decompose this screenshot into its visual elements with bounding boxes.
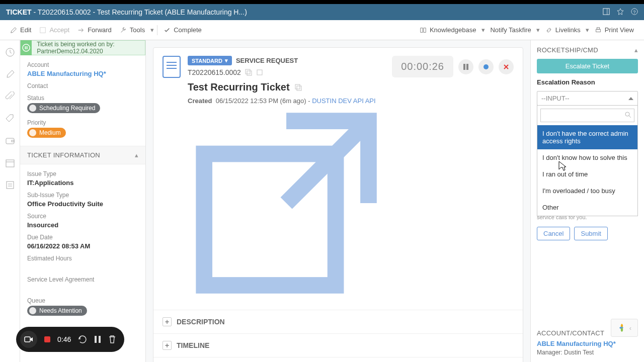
source-label: Source (27, 213, 138, 220)
created-label: Created (188, 97, 212, 105)
livelinks-dropdown[interactable]: ▾ (585, 26, 591, 34)
svg-rect-22 (297, 86, 301, 90)
forward-button[interactable]: Forward (73, 24, 116, 36)
svg-rect-10 (6, 160, 14, 167)
copy-id-icon[interactable] (245, 69, 252, 76)
kb-dropdown[interactable]: ▾ (480, 26, 486, 34)
dropdown-option-3[interactable]: I'm overloaded / too busy (537, 183, 637, 199)
timer-display: 00:00:26 (392, 56, 453, 77)
copy-link-icon[interactable] (256, 69, 263, 76)
edit-button[interactable]: Edit (6, 24, 35, 36)
cancel-button[interactable]: Cancel (537, 227, 570, 240)
timer: 00:00:26 (392, 56, 514, 77)
timeline-section[interactable]: +TIMELINE (153, 333, 523, 357)
rocketship-panel-header[interactable]: ROCKETSHIP/CMD▴ (537, 46, 638, 54)
screen-recorder-widget[interactable]: 0:46 (16, 327, 124, 352)
queue-badge[interactable]: Needs Attention (27, 306, 87, 316)
attach-icon[interactable] (5, 92, 15, 102)
svg-rect-12 (7, 182, 14, 189)
pause-icon[interactable] (94, 335, 101, 343)
svg-point-29 (625, 112, 629, 116)
undo-icon[interactable] (78, 335, 87, 344)
ticket-type: SERVICE REQUEST (236, 57, 298, 64)
toolbar: Edit Accept Forward Tools ▾ Complete Kno… (0, 20, 644, 40)
copy-title-icon[interactable] (295, 84, 302, 91)
svg-point-26 (484, 64, 489, 69)
knowledgebase-button[interactable]: Knowledgebase (416, 24, 480, 36)
banner-pause-icon[interactable] (21, 40, 32, 55)
issue-type-label: Issue Type (27, 170, 138, 177)
help-icon[interactable]: ? (631, 8, 638, 17)
account-link[interactable]: ABLE Manufacturing HQ* (27, 70, 138, 77)
svg-rect-31 (25, 337, 30, 342)
escalate-ticket-button[interactable]: Escalate Ticket (537, 59, 638, 73)
source-value: Insourced (27, 221, 138, 229)
dropdown-option-1[interactable]: I don't know how to solve this (537, 149, 637, 166)
dropdown-search-input[interactable] (540, 109, 634, 122)
creator-link[interactable]: DUSTIN DEV API API (312, 97, 375, 105)
svg-rect-4 (40, 27, 46, 33)
vendor-logo[interactable]: ‹ (611, 319, 638, 337)
due-value: 06/16/2022 08:53 AM (27, 242, 138, 250)
wallet-icon[interactable] (5, 136, 15, 146)
recorder-time: 0:46 (57, 335, 71, 343)
external-link-icon[interactable] (188, 105, 385, 302)
trash-icon[interactable] (108, 335, 116, 344)
tools-dropdown[interactable]: ▾ (149, 26, 155, 34)
escalation-reason-label: Escalation Reason (537, 78, 638, 86)
left-rail (0, 40, 20, 362)
status-label: Status (27, 95, 138, 102)
sla-label: Service Level Agreement (27, 276, 138, 283)
status-badge[interactable]: Scheduling Required (27, 103, 100, 113)
star-icon[interactable] (617, 8, 624, 17)
dropdown-option-2[interactable]: I ran out of time (537, 166, 637, 183)
window-chrome-top (0, 0, 644, 4)
ticket-title: Test Recurring Ticket (188, 81, 290, 93)
est-value (27, 263, 138, 271)
queue-label: Queue (27, 297, 138, 304)
resolution-section[interactable]: +RESOLUTION (153, 357, 523, 362)
app-title: TICKET - T20220615.0002 - Test Recurring… (6, 8, 247, 16)
svg-rect-0 (603, 8, 609, 14)
timer-stop-button[interactable] (499, 59, 514, 74)
list-icon[interactable] (5, 180, 15, 190)
clock-icon[interactable] (5, 47, 15, 57)
standard-badge[interactable]: STANDARD ▾ (188, 56, 232, 65)
complete-button[interactable]: Complete (159, 24, 206, 36)
account-link[interactable]: ABLE Manufacturing HQ* (537, 340, 616, 347)
tools-button[interactable]: Tools (116, 24, 149, 36)
svg-rect-25 (466, 64, 468, 70)
svg-rect-6 (597, 27, 599, 29)
notify-taskfire-button[interactable]: Notify Taskfire (486, 24, 535, 36)
app-header: TICKET - T20220615.0002 - Test Recurring… (0, 4, 644, 20)
dropdown-option-4[interactable]: Other (537, 199, 637, 216)
svg-rect-32 (95, 336, 97, 343)
svg-rect-8 (6, 138, 14, 144)
camera-icon[interactable] (20, 331, 37, 348)
timer-record-button[interactable] (478, 59, 494, 74)
notify-dropdown[interactable]: ▾ (535, 26, 541, 34)
ticket-doc-icon (163, 56, 181, 78)
calendar-icon[interactable] (5, 158, 15, 168)
svg-rect-9 (12, 140, 14, 142)
print-view-button[interactable]: Print View (591, 24, 638, 36)
dropdown-option-0[interactable]: I don't have the correct admin access ri… (537, 125, 637, 149)
tag-icon[interactable] (5, 114, 15, 124)
manager-text: Manager: Dustin Test (537, 349, 638, 356)
layout-icon[interactable] (603, 8, 610, 17)
description-section[interactable]: +DESCRIPTION (153, 310, 523, 333)
svg-rect-16 (25, 46, 26, 49)
sub-issue-value: Office Productivity Suite (27, 200, 138, 208)
est-label: Estimated Hours (27, 255, 138, 262)
sla-value (27, 285, 138, 292)
working-banner: Ticket is being worked on by: PartnerDem… (20, 40, 145, 55)
timer-pause-button[interactable] (458, 59, 473, 74)
banner-text: Ticket is being worked on by: PartnerDem… (37, 41, 145, 55)
escalation-reason-combo[interactable]: --INPUT-- I don't have the correct admin… (537, 91, 638, 106)
ticket-info-header[interactable]: TICKET INFORMATION▴ (20, 146, 145, 164)
svg-rect-24 (463, 64, 465, 70)
livelinks-button[interactable]: Livelinks (541, 24, 585, 36)
submit-button[interactable]: Submit (574, 227, 607, 240)
note-icon[interactable] (5, 69, 15, 79)
priority-badge[interactable]: Medium (27, 128, 66, 138)
